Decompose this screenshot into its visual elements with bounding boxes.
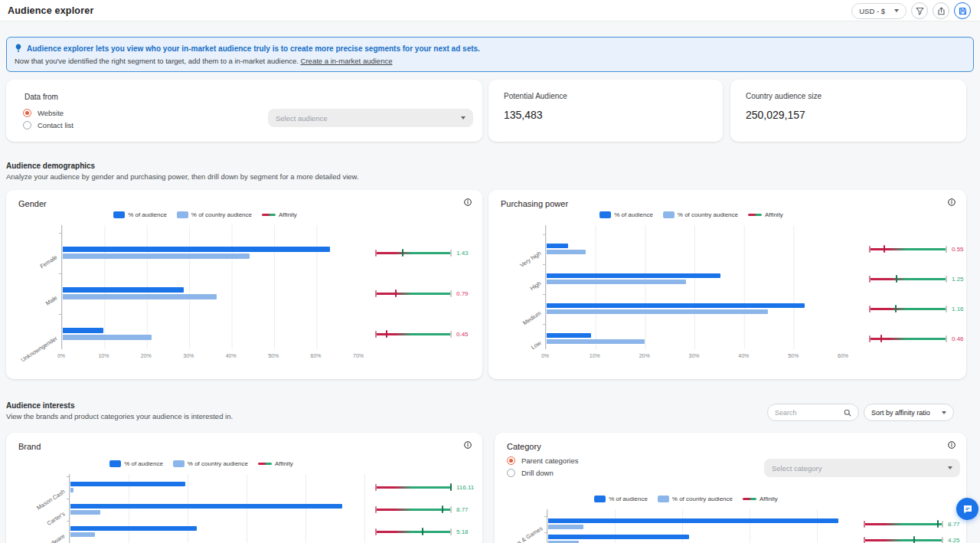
affinity-marker	[880, 335, 882, 342]
axis-tick	[59, 233, 61, 234]
stat-label: Potential Audience	[504, 92, 567, 100]
bar-swatch	[594, 496, 606, 502]
category-label: Female	[39, 254, 59, 270]
affinity-marker	[937, 520, 939, 528]
chart-plot	[61, 225, 358, 349]
bar-country-audience	[70, 510, 100, 515]
x-tick-label: 40%	[226, 353, 237, 358]
category-label: High	[529, 280, 543, 292]
legend-item-affinity: Affinity	[748, 211, 783, 218]
affinity-scale-start	[375, 331, 377, 338]
affinity-value: 8.77	[456, 506, 469, 513]
affinity-value: 0.55	[952, 246, 964, 253]
affinity-indicator: 4.25	[864, 535, 943, 543]
category-label: Male	[44, 294, 59, 306]
affinity-scale	[869, 278, 947, 280]
affinity-scale	[375, 486, 452, 489]
legend-item-country-audience: % of country audience	[177, 211, 252, 218]
bar-swatch	[599, 211, 611, 218]
affinity-marker	[422, 528, 423, 535]
search-input[interactable]	[775, 409, 841, 417]
bar-country-audience	[548, 525, 583, 529]
affinity-scale-start	[375, 250, 377, 257]
filter-button[interactable]	[911, 2, 928, 19]
affinity-scale	[864, 523, 943, 525]
affinity-marker	[402, 249, 403, 257]
bar-swatch	[177, 211, 188, 218]
affinity-value: 0.46	[952, 335, 964, 342]
search-box	[767, 404, 859, 421]
affinity-swatch	[258, 463, 272, 465]
affinity-marker	[395, 289, 397, 297]
page-title: Audience explorer	[8, 5, 93, 16]
select-audience-dropdown[interactable]: Select audience	[268, 109, 473, 127]
affinity-scale	[375, 252, 452, 254]
interests-section-title: Audience interests	[6, 401, 74, 410]
legend-item-audience: % of audience	[109, 460, 163, 467]
export-icon	[937, 7, 946, 15]
affinity-indicator: 116.11	[375, 482, 452, 492]
bar-swatch	[109, 460, 121, 467]
affinity-indicator: 0.79	[375, 288, 452, 299]
affinity-scale-end	[450, 528, 452, 535]
chat-button[interactable]	[956, 498, 978, 520]
chat-icon	[962, 504, 973, 515]
currency-select[interactable]: USD - $	[851, 3, 906, 19]
affinity-value: 8.77	[948, 521, 960, 528]
affinity-indicator: 1.25	[869, 273, 947, 284]
radio-contact-list[interactable]: Contact list	[23, 121, 74, 129]
export-button[interactable]	[933, 2, 949, 19]
chart-legend: % of audience% of country audienceAffini…	[488, 211, 894, 218]
create-audience-link[interactable]: Create a in-market audience	[301, 57, 393, 65]
affinity-scale-end	[942, 537, 943, 543]
chevron-down-icon	[894, 9, 899, 12]
x-tick-label: 30%	[688, 353, 699, 358]
demographics-section-subtitle: Analyze your audience by gender and purc…	[6, 172, 359, 181]
x-tick-label: 0%	[57, 353, 65, 358]
affinity-scale-end	[946, 335, 947, 342]
chart-legend: % of audience% of country audienceAffini…	[6, 211, 404, 218]
chevron-down-icon	[942, 411, 946, 414]
affinity-scale-end	[946, 246, 947, 253]
radio-website[interactable]: Website	[23, 109, 64, 117]
legend-item-affinity: Affinity	[258, 460, 293, 467]
bar-audience	[63, 328, 103, 333]
affinity-value: 0.45	[456, 331, 469, 338]
legend-item-audience: % of audience	[113, 211, 167, 218]
x-tick-label: 20%	[141, 353, 152, 358]
affinity-scale-end	[946, 306, 947, 312]
audience-explorer-page: Audience explorer USD - $ Audience explo…	[0, 0, 980, 543]
bar-country-audience	[70, 488, 74, 492]
affinity-scale-end	[946, 276, 947, 283]
axis-tick	[543, 234, 545, 235]
x-tick-label: 10%	[590, 353, 600, 358]
potential-audience-card: Potential Audience 135,483	[488, 80, 723, 142]
affinity-indicator: 0.45	[375, 329, 452, 339]
bar-audience	[548, 518, 838, 523]
stat-label: Country audience size	[746, 92, 822, 100]
affinity-scale-end	[450, 250, 452, 257]
axis-tick	[543, 324, 545, 325]
info-banner: Audience explorer lets you view who your…	[6, 37, 974, 72]
chart-plot	[69, 474, 371, 543]
affinity-marker	[442, 505, 443, 513]
axis-tick	[59, 314, 61, 315]
chart-legend: % of audience% of country audienceAffini…	[6, 460, 397, 467]
bar-country-audience	[70, 532, 95, 537]
affinity-indicator: 8.77	[375, 504, 452, 515]
bar-country-audience	[63, 335, 152, 340]
bar-country-audience	[63, 254, 250, 259]
category-label: Mason Cash	[35, 488, 66, 511]
bar-country-audience	[547, 250, 586, 254]
sort-dropdown[interactable]: Sort by affinity ratio	[864, 404, 954, 421]
bar-audience	[70, 504, 342, 509]
x-tick-label: 50%	[268, 353, 279, 358]
affinity-value: 0.79	[456, 290, 469, 297]
category-chart: % of audience% of country audienceAffini…	[495, 433, 966, 543]
affinity-scale-start	[375, 528, 377, 535]
chart-legend: % of audience% of country audienceAffini…	[495, 496, 877, 502]
affinity-scale	[375, 509, 452, 511]
x-tick-label: 50%	[788, 353, 799, 358]
top-bar: Audience explorer USD - $	[0, 0, 980, 21]
save-button[interactable]	[954, 2, 971, 19]
